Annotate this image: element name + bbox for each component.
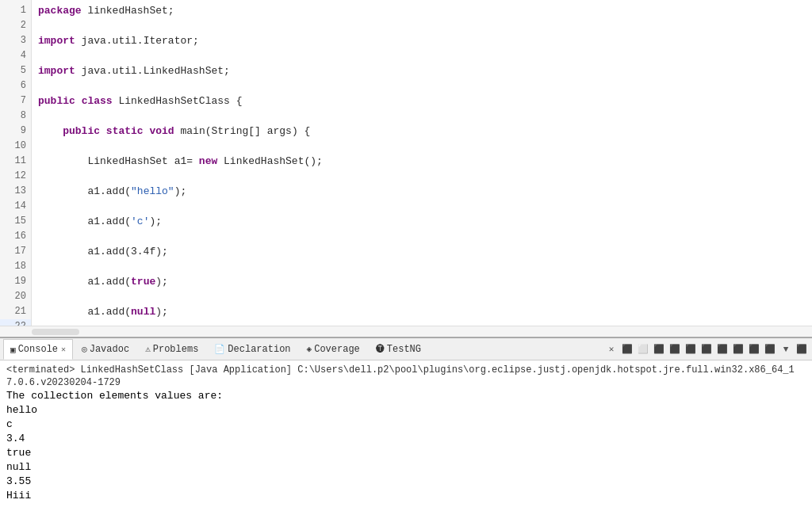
coverage-tab-label: Coverage <box>314 344 360 355</box>
output-line: 3.55 <box>6 475 806 489</box>
remove-icon[interactable]: ⬛ <box>763 342 777 357</box>
code-line-5: public static void main(String[] args) { <box>38 124 812 139</box>
export-icon[interactable]: ⬛ <box>715 342 730 357</box>
line-number-4: 4 <box>0 48 31 63</box>
line-number-14: 14 <box>0 199 31 214</box>
code-line-9: a1.add(3.4f); <box>38 244 812 259</box>
minimize-icon[interactable]: ⬛ <box>795 342 809 357</box>
line-number-22: 22 <box>0 319 31 326</box>
output-line: hello <box>6 403 806 418</box>
line-number-10: 10 <box>0 139 31 154</box>
line-number-21: 21 <box>0 304 31 319</box>
line-number-19: 19 <box>0 274 31 289</box>
line-number-11: 11 <box>0 154 31 169</box>
word-wrap-icon[interactable]: ⬛ <box>668 342 682 357</box>
declaration-tab-icon: 📄 <box>214 344 225 354</box>
problems-tab-label: Problems <box>153 344 199 355</box>
line-number-3: 3 <box>0 33 31 48</box>
import-icon[interactable]: ⬛ <box>699 342 714 357</box>
view-menu-icon[interactable]: ▼ <box>779 342 793 357</box>
bottom-panel: ▣Console✕◎Javadoc⚠Problems📄Declaration◈C… <box>0 337 812 511</box>
line-number-2: 2 <box>0 18 31 33</box>
line-number-20: 20 <box>0 289 31 304</box>
line-number-18: 18 <box>0 259 31 274</box>
problems-tab-icon: ⚠ <box>145 344 151 354</box>
code-line-2: import java.util.Iterator; <box>38 33 812 48</box>
output-line: The collection elements values are: <box>6 389 806 403</box>
output-line: Hiii <box>6 489 806 503</box>
javadoc-tab-label: Javadoc <box>90 344 129 355</box>
code-line-6: LinkedHashSet a1= new LinkedHashSet(); <box>38 154 812 169</box>
scrollbar-area[interactable] <box>0 326 812 337</box>
tab-declaration[interactable]: 📄Declaration <box>207 339 297 360</box>
declaration-tab-label: Declaration <box>228 344 290 355</box>
tab-problems[interactable]: ⚠Problems <box>138 339 205 360</box>
terminated-line: <terminated> LinkedHashSetClass [Java Ap… <box>6 364 806 389</box>
output-line: 3.4 <box>6 432 806 446</box>
code-line-11: a1.add(null); <box>38 304 812 319</box>
scroll-lock-icon[interactable]: ⬛ <box>652 342 666 357</box>
console-tab-label: Console <box>18 344 58 355</box>
output-line: null <box>6 460 806 475</box>
console-tab-close[interactable]: ✕ <box>61 345 66 354</box>
link-icon[interactable]: ⬛ <box>731 342 745 357</box>
line-number-1: 1 <box>0 3 31 18</box>
code-line-7: a1.add("hello"); <box>38 184 812 199</box>
code-line-10: a1.add(true); <box>38 274 812 289</box>
pin-icon[interactable]: ⬜ <box>636 342 650 357</box>
line-number-15: 15 <box>0 214 31 229</box>
horizontal-scrollbar[interactable] <box>32 329 79 335</box>
tabs-toolbar: ✕⬛⬜⬛⬛⬛⬛⬛⬛⬛⬛▼⬛ <box>604 342 809 357</box>
output-line: true <box>6 446 806 460</box>
testng-tab-icon: 🅣 <box>376 344 385 354</box>
code-container: 1234567891011121314151617181920212223 pa… <box>0 0 812 326</box>
code-lines[interactable]: package linkedHashSet; import java.util.… <box>32 0 812 326</box>
tab-console[interactable]: ▣Console✕ <box>3 339 73 360</box>
javadoc-tab-icon: ◎ <box>82 344 87 354</box>
output-line: c <box>6 418 806 432</box>
line-number-9: 9 <box>0 124 31 139</box>
code-line-8: a1.add('c'); <box>38 214 812 229</box>
console-output-area[interactable]: <terminated> LinkedHashSetClass [Java Ap… <box>0 360 812 511</box>
line-number-12: 12 <box>0 169 31 184</box>
line-number-5: 5 <box>0 63 31 78</box>
line-number-13: 13 <box>0 184 31 199</box>
tab-testng[interactable]: 🅣TestNG <box>369 339 428 360</box>
tabs-bar: ▣Console✕◎Javadoc⚠Problems📄Declaration◈C… <box>0 338 812 360</box>
console-tab-icon: ▣ <box>10 345 16 355</box>
testng-tab-label: TestNG <box>387 344 421 355</box>
code-line-1: package linkedHashSet; <box>38 3 812 18</box>
line-number-17: 17 <box>0 244 31 259</box>
line-number-7: 7 <box>0 93 31 109</box>
tab-javadoc[interactable]: ◎Javadoc <box>75 339 136 360</box>
clear-icon[interactable]: ⬛ <box>620 342 634 357</box>
line-number-16: 16 <box>0 229 31 244</box>
open-file-icon[interactable]: ⬛ <box>684 342 698 357</box>
terminate-icon[interactable]: ⬛ <box>747 342 761 357</box>
line-number-6: 6 <box>0 78 31 93</box>
tab-coverage[interactable]: ◈Coverage <box>300 339 367 360</box>
coverage-tab-icon: ◈ <box>307 344 312 354</box>
editor-area: 1234567891011121314151617181920212223 pa… <box>0 0 812 337</box>
line-numbers: 1234567891011121314151617181920212223 <box>0 0 32 326</box>
stop-icon[interactable]: ✕ <box>604 342 619 357</box>
code-line-4: public class LinkedHashSetClass { <box>38 93 812 109</box>
line-number-8: 8 <box>0 109 31 124</box>
code-line-3: import java.util.LinkedHashSet; <box>38 63 812 78</box>
